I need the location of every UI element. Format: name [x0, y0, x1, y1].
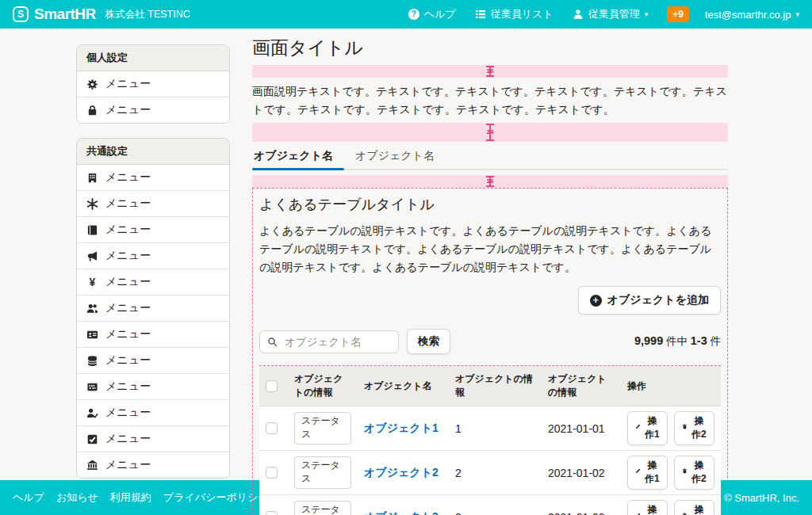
tab-object-2[interactable]: オブジェクト名	[344, 147, 446, 169]
lock-icon	[86, 105, 98, 116]
column-header: オブジェクトの情報	[449, 366, 542, 406]
sidebar-item-menu[interactable]: メニュー	[77, 322, 229, 348]
sidebar-item-menu[interactable]: ¥ メニュー	[77, 269, 229, 296]
sidebar-group-title: 個人設定	[77, 45, 229, 71]
sidebar-item-menu[interactable]: メニュー	[77, 191, 229, 217]
asterisk-icon	[86, 198, 98, 210]
spacing-ruler-icon: 16	[485, 176, 495, 187]
row-checkbox[interactable]	[266, 422, 278, 434]
sidebar-item-label: メニュー	[105, 406, 151, 420]
account-dropdown[interactable]: test@smarthr.co.jp ▾	[705, 9, 799, 21]
edit-button[interactable]: 操作1	[627, 500, 668, 515]
footer-link-news[interactable]: お知らせ	[56, 490, 98, 505]
header-employee-admin-label: 従業員管理	[588, 7, 640, 21]
tab-object-1[interactable]: オブジェクト名	[252, 147, 344, 169]
sidebar-group-personal: 個人設定 メニュー メニュー	[76, 44, 230, 124]
edit-button[interactable]: 操作1	[627, 456, 668, 490]
spacing-ruler-icon: 16	[485, 66, 495, 77]
search-button[interactable]: 検索	[407, 329, 450, 354]
sidebar-item-label: メニュー	[105, 432, 151, 446]
sidebar-item-label: メニュー	[105, 458, 151, 472]
trash-icon	[682, 468, 688, 477]
panel-description: よくあるテーブルの説明テキストです。よくあるテーブルの説明テキストです。よくある…	[259, 222, 721, 276]
panel-title: よくあるテーブルタイトル	[259, 195, 721, 214]
sidebar-group-title: 共通設定	[77, 139, 229, 165]
table-panel: よくあるテーブルタイトル よくあるテーブルの説明テキストです。よくあるテーブルの…	[252, 188, 728, 515]
sidebar-group-common: 共通設定 メニュー メニュー メニュー	[76, 138, 230, 479]
table-row: ステータス オブジェクト2 2 2021-01-02 操作1 操作2	[259, 451, 721, 495]
edit-label: 操作1	[645, 503, 660, 515]
header-help-link[interactable]: ? ヘルプ	[408, 7, 456, 21]
object-link[interactable]: オブジェクト3	[364, 510, 439, 515]
column-header: オブジェクトの情報	[288, 366, 358, 406]
sidebar-item-menu[interactable]: メニュー	[77, 426, 229, 452]
sidebar-item-menu[interactable]: メニュー	[77, 452, 229, 478]
result-count: 9,999 件中 1-3 件	[634, 334, 721, 349]
sidebar-item-menu[interactable]: メニュー	[77, 243, 229, 269]
building-icon	[86, 172, 98, 184]
row-actions: 操作1 操作2	[627, 411, 714, 445]
object-date: 2021-01-03	[542, 495, 621, 515]
plus-circle-icon: +	[590, 295, 602, 307]
add-object-button[interactable]: + オブジェクトを追加	[578, 286, 721, 315]
spacing-annotation-24: 24	[252, 123, 728, 142]
megaphone-icon	[86, 250, 98, 262]
add-row: + オブジェクトを追加	[259, 286, 721, 315]
spacing-ruler-icon: 24	[485, 124, 495, 141]
account-email: test@smarthr.co.jp	[705, 9, 791, 21]
sidebar-item-menu[interactable]: メニュー	[77, 348, 229, 374]
sidebar-item-label: メニュー	[105, 223, 151, 237]
object-info: 2	[449, 451, 542, 495]
person-icon	[573, 9, 584, 20]
select-all-checkbox[interactable]	[266, 380, 278, 392]
search-box[interactable]	[259, 330, 399, 353]
sidebar-item-label: メニュー	[105, 380, 151, 394]
page-title: 画面タイトル	[252, 36, 728, 60]
sidebar-item-label: メニュー	[105, 103, 151, 117]
footer-link-help[interactable]: ヘルプ	[13, 490, 44, 505]
count-total: 9,999	[634, 334, 663, 347]
sidebar-item-menu[interactable]: メニュー	[77, 165, 229, 191]
delete-button[interactable]: 操作2	[674, 456, 714, 490]
yen-icon: ¥	[86, 277, 98, 288]
object-link[interactable]: オブジェクト2	[364, 466, 439, 479]
row-actions: 操作1 操作2	[627, 500, 714, 515]
header-employee-admin-dropdown[interactable]: 従業員管理 ▾	[573, 7, 649, 21]
object-info: 1	[449, 406, 542, 451]
bank-icon	[86, 460, 98, 471]
sidebar-item-label: メニュー	[105, 77, 151, 91]
count-range: 1-3	[691, 334, 707, 347]
edit-button[interactable]: 操作1	[627, 411, 668, 445]
tab-bar: オブジェクト名 オブジェクト名	[252, 147, 728, 170]
company-name: 株式会社 TESTINC	[105, 8, 190, 21]
add-object-label: オブジェクトを追加	[607, 293, 709, 307]
row-checkbox[interactable]	[266, 467, 278, 479]
edit-label: 操作1	[645, 459, 660, 486]
page-description: 画面説明テキストです。テキストです。テキストです。テキストです。テキストです。テ…	[252, 82, 728, 118]
check-square-icon	[86, 433, 98, 445]
sidebar-item-label: メニュー	[105, 170, 151, 185]
sidebar-item-menu[interactable]: メニュー	[77, 71, 229, 97]
status-badge: ステータス	[294, 456, 351, 489]
sidebar: 個人設定 メニュー メニュー 共通設定 メニュー	[76, 44, 230, 479]
header-employee-list-link[interactable]: 従業員リスト	[475, 7, 553, 21]
sidebar-item-menu[interactable]: メニュー	[77, 217, 229, 243]
search-input[interactable]	[283, 335, 391, 349]
delete-label: 操作2	[691, 503, 707, 515]
delete-button[interactable]: 操作2	[674, 411, 714, 445]
smarthr-logo[interactable]: S SmartHR	[13, 6, 96, 23]
sidebar-item-menu[interactable]: メニュー	[77, 296, 229, 322]
delete-button[interactable]: 操作2	[674, 500, 714, 515]
row-checkbox[interactable]	[266, 511, 278, 515]
database-icon	[86, 355, 98, 367]
notification-badge[interactable]: +9	[667, 6, 689, 22]
footer-link-terms[interactable]: 利用規約	[110, 490, 151, 505]
search-icon	[267, 337, 278, 347]
sidebar-item-menu[interactable]: メニュー	[77, 97, 229, 123]
sidebar-item-menu[interactable]: メニュー	[77, 400, 229, 426]
user-check-icon	[86, 407, 98, 419]
object-table: オブジェクトの情報 オブジェクト名 オブジェクトの情報 オブジェクトの情報 操作…	[259, 366, 721, 515]
gear-icon	[86, 78, 98, 90]
sidebar-item-menu[interactable]: メニュー	[77, 374, 229, 400]
object-link[interactable]: オブジェクト1	[364, 422, 439, 434]
